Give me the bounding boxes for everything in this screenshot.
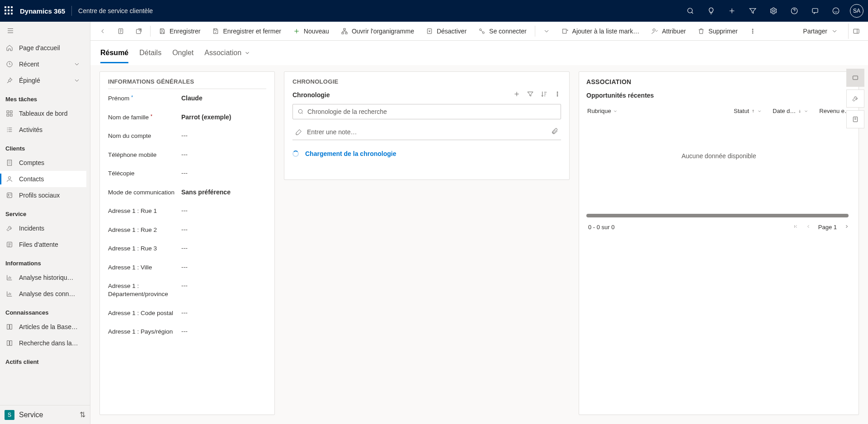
more-icon[interactable] — [554, 90, 561, 99]
sidebar-toggle[interactable] — [0, 22, 90, 40]
save-button[interactable]: Enregistrer — [154, 24, 205, 39]
sidebar-item-dashboards[interactable]: Tableaux de bord — [0, 105, 86, 122]
tab-summary[interactable]: Résumé — [100, 42, 128, 63]
kb-pane-button[interactable] — [846, 110, 864, 128]
col-rubrique[interactable]: Rubrique — [587, 108, 723, 114]
form-field[interactable]: Adresse 1 : Rue 3--- — [108, 239, 266, 258]
attachment-icon[interactable] — [551, 127, 558, 136]
save-close-button[interactable]: Enregistrer et fermer — [208, 24, 285, 39]
placeholder-text: Entrer une note… — [307, 128, 357, 136]
form-field[interactable]: Adresse 1 : Code postal--- — [108, 304, 266, 323]
next-page-button[interactable] — [844, 224, 849, 231]
delete-button[interactable]: Supprimer — [693, 24, 742, 39]
search-icon[interactable] — [682, 0, 699, 22]
add-to-list-button[interactable]: Ajouter à la liste mark… — [557, 24, 644, 39]
app-name[interactable]: Centre de service clientèle — [78, 7, 153, 14]
form-field[interactable]: Télécopie--- — [108, 164, 266, 183]
sort-icon[interactable] — [540, 90, 547, 99]
form-field[interactable]: Adresse 1 : Département/province--- — [108, 277, 266, 303]
svg-point-31 — [557, 95, 558, 96]
lightbulb-icon[interactable] — [703, 0, 720, 22]
form-field[interactable]: Mode de communicationSans préférence — [108, 183, 266, 202]
related-pane-button[interactable] — [846, 69, 864, 87]
form-field[interactable]: Téléphone mobile--- — [108, 146, 266, 165]
new-button[interactable]: Nouveau — [288, 24, 334, 39]
connect-dropdown[interactable] — [539, 24, 554, 39]
pin-icon — [5, 76, 14, 85]
gear-icon[interactable] — [765, 0, 782, 22]
form-field[interactable]: Nom du compte--- — [108, 127, 266, 146]
sidebar-item-kb-search[interactable]: Recherche dans la… — [0, 335, 86, 351]
sidebar-item-activities[interactable]: Activités — [0, 122, 86, 138]
assistant-pane-button[interactable] — [846, 90, 864, 108]
sidebar-item-accounts[interactable]: Comptes — [0, 155, 86, 171]
form-field[interactable]: Adresse 1 : Pays/région--- — [108, 322, 266, 341]
page-label: Page 1 — [818, 224, 837, 231]
plus-icon[interactable] — [723, 0, 741, 22]
timeline-search-input[interactable]: Chronologie de la recherche — [292, 104, 561, 119]
add-icon[interactable] — [513, 90, 520, 99]
tab-details[interactable]: Détails — [139, 42, 161, 63]
brand-name[interactable]: Dynamics 365 — [20, 7, 65, 15]
open-new-window-button[interactable] — [131, 24, 146, 39]
field-value: --- — [181, 328, 266, 335]
orgchart-button[interactable]: Ouvrir l'organigramme — [336, 24, 419, 39]
form-field[interactable]: Nom de famille*Parrot (exemple) — [108, 108, 266, 127]
tab-association[interactable]: Association — [204, 42, 250, 63]
sidebar-item-home[interactable]: Page d'accueil — [0, 40, 86, 56]
connect-button[interactable]: Se connecter — [474, 24, 531, 39]
form-field[interactable]: Adresse 1 : Rue 1--- — [108, 202, 266, 221]
sidebar-item-label: Comptes — [19, 159, 44, 166]
assign-button[interactable]: Attribuer — [646, 24, 690, 39]
user-avatar[interactable]: SA — [850, 4, 863, 18]
col-date[interactable]: Date d… — [773, 108, 808, 114]
main-area: Enregistrer Enregistrer et fermer Nouvea… — [90, 22, 868, 424]
sidebar-item-historical[interactable]: Analyse historiqu… — [0, 269, 86, 286]
svg-rect-17 — [344, 28, 345, 30]
chat-icon[interactable] — [807, 0, 824, 22]
sidebar-item-label: Files d'attente — [19, 241, 58, 248]
side-panel-toggle[interactable] — [848, 24, 863, 39]
first-page-button[interactable] — [793, 224, 798, 231]
home-icon — [5, 44, 14, 52]
svg-rect-9 — [10, 114, 12, 116]
svg-point-29 — [557, 92, 558, 93]
form-field[interactable]: Adresse 1 : Rue 2--- — [108, 221, 266, 240]
sidebar-item-kb-articles[interactable]: Articles de la Base… — [0, 319, 86, 335]
tab-onglet[interactable]: Onglet — [172, 42, 193, 63]
filter-icon[interactable] — [527, 90, 534, 99]
overflow-menu[interactable] — [745, 24, 760, 39]
field-value: --- — [181, 207, 266, 214]
placeholder-text: Chronologie de la recherche — [307, 108, 387, 115]
svg-rect-19 — [345, 32, 347, 33]
record-set-button[interactable] — [113, 24, 128, 39]
sidebar-item-queues[interactable]: Files d'attente — [0, 236, 86, 253]
form-field[interactable]: Prénom*Claude — [108, 89, 266, 108]
field-label: Adresse 1 : Code postal — [108, 309, 176, 317]
share-button[interactable]: Partager — [798, 24, 843, 39]
tab-label: Association — [204, 49, 241, 57]
sidebar-item-incidents[interactable]: Incidents — [0, 220, 86, 236]
form-field[interactable]: Adresse 1 : Ville--- — [108, 258, 266, 277]
field-value: --- — [181, 151, 266, 158]
col-statut[interactable]: Statut — [734, 108, 762, 114]
timeline-note-input[interactable]: Entrer une note… — [292, 124, 561, 140]
prev-page-button[interactable] — [806, 224, 811, 231]
filter-icon[interactable] — [744, 0, 761, 22]
sidebar-item-pinned[interactable]: Épinglé — [0, 72, 86, 89]
help-icon[interactable] — [786, 0, 803, 22]
area-switcher[interactable]: S Service ⇅ — [0, 405, 90, 424]
deactivate-button[interactable]: Désactiver — [421, 24, 471, 39]
sidebar-item-contacts[interactable]: Contacts — [0, 171, 86, 187]
separator — [150, 26, 151, 37]
sidebar-item-social[interactable]: Profils sociaux — [0, 187, 86, 203]
smile-icon[interactable] — [827, 0, 844, 22]
col-revenu[interactable]: Revenu e… — [819, 108, 850, 114]
horizontal-scrollbar[interactable] — [586, 214, 849, 217]
sidebar-item-recent[interactable]: Récent — [0, 56, 86, 72]
card-header: ASSOCIATION — [586, 78, 851, 85]
back-button[interactable] — [95, 24, 110, 39]
sidebar-item-knowledge-analytics[interactable]: Analyse des conn… — [0, 286, 86, 302]
checklist-icon — [5, 126, 14, 134]
app-launcher-icon[interactable] — [5, 6, 14, 15]
